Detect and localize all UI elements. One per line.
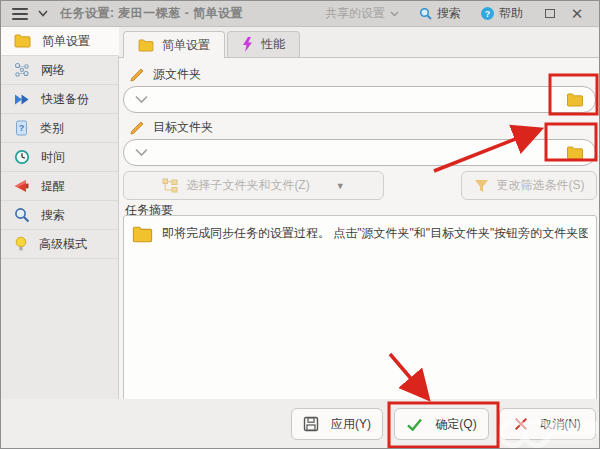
sidebar-item-search[interactable]: 搜索	[1, 201, 118, 230]
close-button[interactable]: ✕	[569, 3, 599, 25]
chevron-down-icon[interactable]	[134, 148, 149, 157]
category-icon: ?	[14, 120, 29, 136]
help-icon: ?	[481, 7, 494, 20]
simple-settings-panel: 源文件夹 目标文件夹	[119, 57, 599, 401]
chevron-down-icon[interactable]	[134, 95, 149, 104]
lightning-icon	[242, 37, 253, 52]
target-folder-label: 目标文件夹	[153, 119, 213, 136]
shared-settings-dropdown[interactable]: 共享的设置	[317, 5, 407, 22]
folder-icon	[566, 93, 584, 107]
folder-icon	[566, 146, 584, 160]
apply-button[interactable]: 应用(Y)	[291, 408, 383, 440]
sidebar-item-fast-backup[interactable]: 快速备份	[1, 85, 118, 114]
tab-simple-settings[interactable]: 简单设置	[123, 31, 225, 58]
sidebar-item-label: 时间	[41, 149, 65, 166]
sidebar-item-network[interactable]: 网络	[1, 56, 118, 85]
sidebar-item-time[interactable]: 时间	[1, 143, 118, 172]
titlebar: 任务设置: 麦田一棵葱 - 简单设置 共享的设置 搜索 ? 帮助 ✕	[1, 1, 599, 27]
sidebar-item-reminder[interactable]: 提醒	[1, 172, 118, 201]
ok-label: 确定(Q)	[435, 416, 476, 433]
source-folder-label-row: 源文件夹	[130, 66, 201, 83]
change-filter-label: 更改筛选条件(S)	[497, 177, 585, 194]
sidebar-item-label: 简单设置	[42, 33, 90, 50]
window-title: 任务设置: 麦田一棵葱 - 简单设置	[60, 5, 243, 22]
pencil-icon	[130, 121, 144, 135]
filter-funnel-icon	[474, 179, 489, 193]
select-subfolders-label: 选择子文件夹和文件(Z)	[186, 177, 309, 194]
tab-bar: 简单设置 性能	[123, 31, 300, 57]
maximize-icon	[545, 9, 555, 18]
select-subfolders-button[interactable]: 选择子文件夹和文件(Z) ▼	[123, 171, 384, 200]
lightbulb-icon	[14, 236, 28, 252]
target-folder-label-row: 目标文件夹	[130, 119, 213, 136]
search-icon	[14, 207, 30, 223]
sidebar-item-advanced-mode[interactable]: 高级模式	[1, 230, 118, 259]
check-icon	[406, 418, 423, 431]
svg-text:?: ?	[19, 123, 25, 133]
help-label: 帮助	[499, 5, 523, 22]
folder-icon	[138, 39, 154, 52]
megaphone-icon	[14, 179, 30, 193]
dropdown-arrow-icon: ▼	[336, 181, 345, 191]
subfolder-tree-icon	[162, 178, 178, 193]
footer-bar: 应用(Y) 确定(Q) 取消(N)	[1, 399, 599, 448]
cancel-label: 取消(N)	[540, 416, 581, 433]
task-summary-box: 即将完成同步任务的设置过程。 点击"源文件夹"和"目标文件夹"按钮旁的文件夹图标…	[123, 215, 597, 403]
sidebar-item-simple-settings[interactable]: 简单设置	[1, 27, 119, 56]
help-button[interactable]: ? 帮助	[473, 5, 531, 22]
tab-label: 简单设置	[162, 37, 210, 54]
source-folder-combobox[interactable]	[123, 86, 596, 113]
task-summary-text: 即将完成同步任务的设置过程。 点击"源文件夹"和"目标文件夹"按钮旁的文件夹图标…	[162, 225, 588, 242]
source-folder-browse-button[interactable]	[564, 91, 586, 109]
source-folder-label: 源文件夹	[153, 66, 201, 83]
close-icon: ✕	[571, 6, 584, 21]
sidebar-item-label: 提醒	[41, 178, 65, 195]
fast-backup-icon	[14, 93, 30, 106]
sidebar-item-label: 网络	[41, 62, 65, 79]
cancel-button[interactable]: 取消(N)	[499, 408, 596, 440]
target-folder-browse-button[interactable]	[564, 144, 586, 162]
change-filter-button[interactable]: 更改筛选条件(S)	[461, 171, 597, 200]
pencil-icon	[130, 68, 144, 82]
apply-label: 应用(Y)	[331, 416, 371, 433]
sidebar-item-label: 快速备份	[41, 91, 89, 108]
folder-icon	[132, 226, 153, 243]
x-icon	[514, 417, 528, 431]
main-area: 简单设置 性能 源文件夹 目标文件夹	[119, 27, 599, 401]
clock-icon	[14, 149, 30, 165]
search-icon	[419, 7, 432, 20]
network-icon	[14, 62, 30, 78]
chevron-down-icon	[390, 11, 399, 17]
menu-icon[interactable]	[12, 8, 28, 20]
search-label: 搜索	[437, 5, 461, 22]
search-button[interactable]: 搜索	[411, 5, 469, 22]
save-floppy-icon	[303, 416, 319, 432]
sidebar-item-label: 高级模式	[39, 236, 87, 253]
chevron-down-icon[interactable]	[38, 10, 48, 17]
target-folder-combobox[interactable]	[123, 139, 596, 166]
maximize-button[interactable]	[535, 3, 565, 25]
shared-settings-label: 共享的设置	[325, 5, 385, 22]
sidebar-item-category[interactable]: ? 类别	[1, 114, 118, 143]
sidebar-item-label: 类别	[40, 120, 64, 137]
task-settings-window: 任务设置: 麦田一棵葱 - 简单设置 共享的设置 搜索 ? 帮助 ✕ 简单设置	[0, 0, 600, 449]
sidebar: 简单设置 网络 快速备份 ? 类别 时间 提醒 搜索 高级模式	[1, 27, 119, 401]
tab-label: 性能	[261, 36, 285, 53]
ok-button[interactable]: 确定(Q)	[394, 408, 489, 440]
tab-performance[interactable]: 性能	[227, 31, 300, 57]
sidebar-item-label: 搜索	[41, 207, 65, 224]
folder-icon	[14, 34, 31, 48]
